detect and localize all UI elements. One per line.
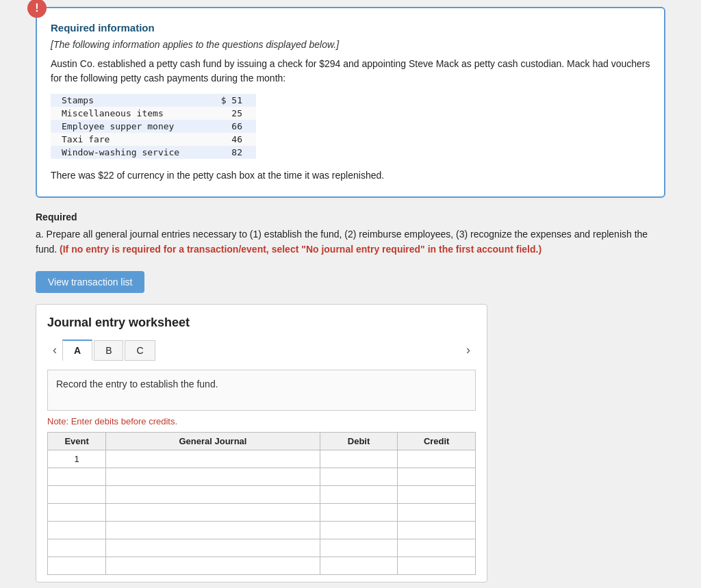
tab-next-button[interactable]: ›: [461, 340, 476, 360]
journal-debit-cell[interactable]: [320, 468, 398, 485]
voucher-row: Employee supper money66: [51, 120, 256, 133]
journal-event-cell: [48, 521, 106, 539]
journal-credit-input[interactable]: [398, 522, 475, 539]
journal-credit-input[interactable]: [398, 504, 475, 521]
alert-icon: !: [27, 0, 47, 18]
journal-debit-input[interactable]: [320, 557, 398, 574]
worksheet-title: Journal entry worksheet: [47, 316, 476, 330]
tab-b[interactable]: B: [94, 340, 123, 361]
journal-debit-input[interactable]: [320, 486, 398, 503]
journal-account-cell[interactable]: [106, 557, 320, 574]
journal-debit-cell[interactable]: [320, 450, 398, 468]
journal-debit-input[interactable]: [320, 468, 398, 485]
journal-row: [48, 557, 476, 574]
journal-debit-input[interactable]: [320, 504, 398, 521]
journal-credit-cell[interactable]: [398, 521, 476, 539]
journal-row: [48, 468, 476, 485]
journal-debit-input[interactable]: [320, 450, 398, 468]
tab-a[interactable]: A: [62, 340, 92, 361]
entry-description: Record the entry to establish the fund.: [47, 370, 476, 411]
page-body: Required a. Prepare all general journal …: [36, 212, 665, 583]
journal-account-cell[interactable]: [106, 539, 320, 557]
journal-account-input[interactable]: [106, 557, 320, 574]
journal-account-cell[interactable]: [106, 521, 320, 539]
journal-table: Event General Journal Debit Credit 1: [47, 432, 476, 575]
journal-account-input[interactable]: [106, 450, 320, 468]
journal-account-cell[interactable]: [106, 450, 320, 468]
journal-credit-cell[interactable]: [398, 468, 476, 485]
voucher-table: Stamps$ 51Miscellaneous items25Employee …: [51, 94, 256, 159]
tab-c[interactable]: C: [125, 340, 155, 361]
journal-row: [48, 503, 476, 521]
journal-row: 1: [48, 450, 476, 468]
journal-row: [48, 539, 476, 557]
journal-event-cell: [48, 485, 106, 503]
journal-credit-cell[interactable]: [398, 539, 476, 557]
journal-event-cell: 1: [48, 450, 106, 468]
journal-debit-input[interactable]: [320, 522, 398, 539]
voucher-row: Window-washing service82: [51, 146, 256, 159]
journal-credit-input[interactable]: [398, 557, 475, 574]
journal-credit-cell[interactable]: [398, 557, 476, 574]
journal-account-input[interactable]: [106, 504, 320, 521]
journal-debit-cell[interactable]: [320, 503, 398, 521]
info-box: ! Required information [The following in…: [36, 7, 665, 198]
journal-event-cell: [48, 539, 106, 557]
journal-account-input[interactable]: [106, 486, 320, 503]
instruction-highlight: (If no entry is required for a transacti…: [60, 244, 541, 255]
journal-event-cell: [48, 468, 106, 485]
journal-account-input[interactable]: [106, 522, 320, 539]
journal-account-cell[interactable]: [106, 485, 320, 503]
journal-event-cell: [48, 557, 106, 574]
journal-credit-input[interactable]: [398, 450, 475, 468]
instructions: a. Prepare all general journal entries n…: [36, 227, 665, 257]
journal-debit-cell[interactable]: [320, 485, 398, 503]
col-header-debit: Debit: [320, 432, 398, 450]
journal-account-input[interactable]: [106, 468, 320, 485]
journal-credit-input[interactable]: [398, 539, 475, 557]
journal-debit-input[interactable]: [320, 539, 398, 557]
journal-debit-cell[interactable]: [320, 539, 398, 557]
required-label: Required: [36, 212, 665, 222]
journal-row: [48, 485, 476, 503]
view-transaction-button[interactable]: View transaction list: [36, 271, 144, 293]
info-title: Required information: [51, 22, 650, 34]
tab-navigation: ‹ A B C ›: [47, 340, 476, 361]
tab-prev-button[interactable]: ‹: [47, 340, 62, 360]
journal-event-cell: [48, 503, 106, 521]
journal-account-input[interactable]: [106, 539, 320, 557]
journal-credit-cell[interactable]: [398, 450, 476, 468]
journal-credit-cell[interactable]: [398, 485, 476, 503]
journal-credit-input[interactable]: [398, 486, 475, 503]
journal-worksheet: Journal entry worksheet ‹ A B C › Record…: [36, 304, 487, 583]
voucher-row: Stamps$ 51: [51, 94, 256, 107]
journal-debit-cell[interactable]: [320, 521, 398, 539]
currency-note: There was $22 of currency in the petty c…: [51, 168, 650, 183]
journal-account-cell[interactable]: [106, 503, 320, 521]
italic-note: [The following information applies to th…: [51, 39, 650, 50]
voucher-row: Miscellaneous items25: [51, 107, 256, 120]
journal-row: [48, 521, 476, 539]
journal-credit-cell[interactable]: [398, 503, 476, 521]
journal-debit-cell[interactable]: [320, 557, 398, 574]
col-header-event: Event: [48, 432, 106, 450]
entry-note: Note: Enter debits before credits.: [47, 416, 476, 426]
journal-credit-input[interactable]: [398, 468, 475, 485]
col-header-journal: General Journal: [106, 432, 320, 450]
col-header-credit: Credit: [398, 432, 476, 450]
voucher-row: Taxi fare46: [51, 133, 256, 146]
description: Austin Co. established a petty cash fund…: [51, 57, 650, 86]
journal-account-cell[interactable]: [106, 468, 320, 485]
